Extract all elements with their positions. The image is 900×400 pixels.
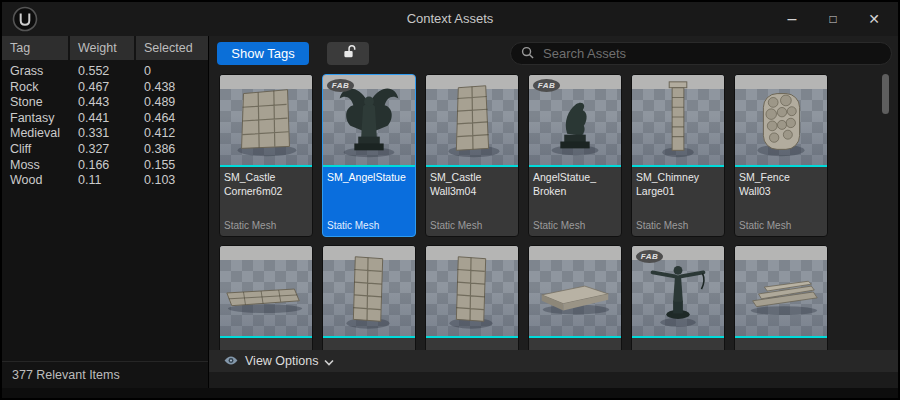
table-row[interactable]: Rock0.4670.438 <box>2 80 208 96</box>
table-cell-weight: 0.331 <box>70 126 136 142</box>
view-options-button[interactable]: View Options <box>209 350 898 372</box>
asset-tile[interactable] <box>528 245 622 350</box>
view-options-label: View Options <box>245 354 318 368</box>
table-cell-weight: 0.552 <box>70 64 136 80</box>
asset-grid: SM_Castle Corner6m02Static MeshFABSM_Ang… <box>219 74 833 350</box>
asset-thumbnail <box>529 246 621 336</box>
fab-badge: FAB <box>327 79 354 92</box>
asset-thumbnail <box>735 246 827 336</box>
table-cell-tag: Rock <box>2 80 70 96</box>
context-assets-window: Context Assets – □ ✕ Tag Weight Selected… <box>0 0 900 400</box>
table-cell-tag: Fantasy <box>2 111 70 127</box>
asset-thumbnail <box>323 246 415 336</box>
asset-thumbnail: FAB <box>323 75 415 165</box>
table-cell-tag: Medieval <box>2 126 70 142</box>
asset-name: SM_Castle Wall3m04 <box>430 171 514 198</box>
table-cell-weight: 0.11 <box>70 173 136 189</box>
show-tags-button[interactable]: Show Tags <box>217 42 309 65</box>
title-bar: Context Assets – □ ✕ <box>2 2 898 36</box>
table-cell-weight: 0.327 <box>70 142 136 158</box>
column-header-selected[interactable]: Selected <box>136 36 208 60</box>
asset-thumbnail <box>426 246 518 336</box>
asset-tile-label <box>426 338 518 350</box>
window-title: Context Assets <box>2 2 898 36</box>
table-row[interactable]: Fantasy0.4410.464 <box>2 111 208 127</box>
chevron-down-icon <box>324 352 334 370</box>
table-cell-selected: 0.103 <box>136 173 208 189</box>
asset-type-label: Static Mesh <box>224 220 276 231</box>
asset-thumbnail <box>220 246 312 336</box>
panel-lower-area <box>209 372 898 388</box>
asset-tile-label <box>632 338 724 350</box>
asset-tile-label: SM_Castle Corner6m02Static Mesh <box>220 167 312 236</box>
asset-tile[interactable] <box>219 245 313 350</box>
asset-type-label: Static Mesh <box>533 220 585 231</box>
table-row[interactable]: Medieval0.3310.412 <box>2 126 208 142</box>
asset-thumbnail <box>426 75 518 165</box>
asset-thumbnail <box>735 75 827 165</box>
asset-tile-label <box>735 338 827 350</box>
maximize-button[interactable]: □ <box>819 6 847 32</box>
asset-tile-label <box>220 338 312 350</box>
asset-tile[interactable]: SM_Castle Wall3m04Static Mesh <box>425 74 519 237</box>
asset-browser-panel: Show Tags SM_Castle Corner6m02Static Mes… <box>209 36 898 388</box>
table-cell-tag: Cliff <box>2 142 70 158</box>
show-tags-label: Show Tags <box>231 46 294 61</box>
close-button[interactable]: ✕ <box>860 6 888 32</box>
asset-tile[interactable] <box>734 245 828 350</box>
table-row[interactable]: Cliff0.3270.386 <box>2 142 208 158</box>
asset-tile[interactable]: FABAngelStatue_ BrokenStatic Mesh <box>528 74 622 237</box>
asset-tile-label: SM_AngelStatueStatic Mesh <box>323 167 415 236</box>
asset-name: AngelStatue_ Broken <box>533 171 617 198</box>
asset-name: SM_Fence Wall03 <box>739 171 823 198</box>
table-row[interactable]: Grass0.5520 <box>2 64 208 80</box>
table-cell-selected: 0.412 <box>136 126 208 142</box>
unlock-icon <box>341 44 356 63</box>
asset-tile[interactable]: SM_Fence Wall03Static Mesh <box>734 74 828 237</box>
table-cell-weight: 0.441 <box>70 111 136 127</box>
asset-tile[interactable]: FAB <box>631 245 725 350</box>
table-row[interactable]: Wood0.110.103 <box>2 173 208 189</box>
window-bottom-edge <box>2 388 898 398</box>
asset-name: SM_AngelStatue <box>327 171 411 185</box>
table-cell-selected: 0 <box>136 64 208 80</box>
column-header-tag[interactable]: Tag <box>2 36 68 60</box>
fab-badge: FAB <box>533 79 560 92</box>
table-cell-weight: 0.166 <box>70 158 136 174</box>
asset-tile-label: SM_Castle Wall3m04Static Mesh <box>426 167 518 236</box>
table-cell-tag: Stone <box>2 95 70 111</box>
asset-thumbnail: FAB <box>529 75 621 165</box>
asset-tile[interactable]: SM_Chimney Large01Static Mesh <box>631 74 725 237</box>
search-icon <box>521 45 534 63</box>
asset-type-label: Static Mesh <box>739 220 791 231</box>
asset-tile-label: SM_Fence Wall03Static Mesh <box>735 167 827 236</box>
asset-name: SM_Chimney Large01 <box>636 171 720 198</box>
vertical-scrollbar-thumb[interactable] <box>882 74 889 114</box>
eye-icon <box>223 352 239 370</box>
fab-badge: FAB <box>636 250 663 263</box>
relevant-items-count: 377 Relevant Items <box>12 368 120 382</box>
column-header-weight[interactable]: Weight <box>70 36 134 60</box>
asset-type-label: Static Mesh <box>327 220 379 231</box>
lock-button[interactable] <box>327 42 369 65</box>
tag-weight-panel: Tag Weight Selected Grass0.5520Rock0.467… <box>2 36 209 388</box>
asset-thumbnail: FAB <box>632 246 724 336</box>
minimize-button[interactable]: – <box>778 6 806 32</box>
table-cell-selected: 0.489 <box>136 95 208 111</box>
asset-tile-label <box>323 338 415 350</box>
asset-tile-label <box>529 338 621 350</box>
asset-tile[interactable]: FABSM_AngelStatueStatic Mesh <box>322 74 416 237</box>
asset-tile[interactable]: SM_Castle Corner6m02Static Mesh <box>219 74 313 237</box>
status-bar: 377 Relevant Items <box>2 361 208 388</box>
table-cell-tag: Wood <box>2 173 70 189</box>
asset-tile[interactable] <box>425 245 519 350</box>
asset-tile[interactable] <box>322 245 416 350</box>
search-input[interactable] <box>541 45 881 62</box>
table-row[interactable]: Stone0.4430.489 <box>2 95 208 111</box>
asset-thumbnail <box>632 75 724 165</box>
table-row[interactable]: Moss0.1660.155 <box>2 158 208 174</box>
tag-table-body: Grass0.5520Rock0.4670.438Stone0.4430.489… <box>2 60 208 189</box>
asset-thumbnail <box>220 75 312 165</box>
asset-name: SM_Castle Corner6m02 <box>224 171 308 198</box>
table-cell-weight: 0.443 <box>70 95 136 111</box>
